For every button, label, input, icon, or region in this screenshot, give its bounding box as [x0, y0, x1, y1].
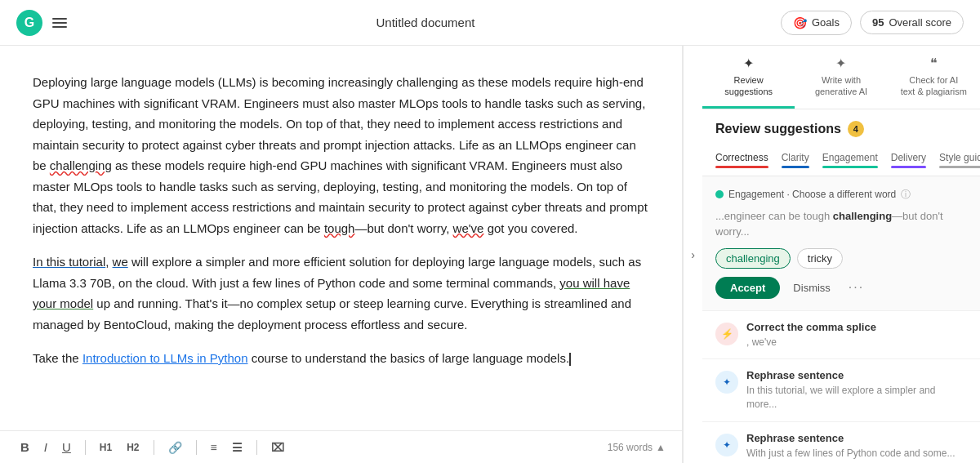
grammarly-logo: G — [16, 10, 42, 36]
score-button[interactable]: 95 Overall score — [860, 11, 964, 34]
underline-button[interactable]: U — [58, 438, 75, 456]
weve-word: we've — [453, 221, 484, 235]
suggestions-header: Review suggestions 4 — [702, 109, 980, 145]
review-icon: ✦ — [743, 56, 754, 71]
category-tabs: Correctness Clarity Engagement Delivery … — [702, 145, 980, 176]
topbar: G Untitled document 🎯 Goals 95 Overall s… — [0, 0, 980, 46]
in-this-tutorial: In this tutorial — [33, 255, 105, 269]
paragraph-2: In this tutorial, we will explore a simp… — [33, 252, 649, 335]
we-word: we — [113, 255, 128, 269]
suggestion-item-comma-splice[interactable]: ⚡ Correct the comma splice , we've — [702, 311, 980, 360]
engagement-indicator — [822, 166, 878, 168]
paragraph-3: Take the Introduction to LLMs in Python … — [33, 348, 649, 369]
chip-challenging[interactable]: challenging — [715, 248, 791, 269]
tab-check-plagiarism[interactable]: ❝ Check for AItext & plagiarism — [888, 46, 980, 109]
word-chips: challenging tricky — [715, 248, 967, 269]
rephrase-1-text: Rephrase sentence In this tutorial, we w… — [746, 369, 967, 412]
highlighted-word: challenging — [833, 210, 892, 222]
python-course-link[interactable]: Introduction to LLMs in Python — [82, 351, 248, 365]
clear-format-button[interactable]: ⌧ — [267, 439, 288, 456]
h2-button[interactable]: H2 — [122, 439, 143, 456]
unordered-list-button[interactable]: ☰ — [228, 439, 247, 456]
active-suggestion-card: Engagement · Choose a different word ⓘ .… — [702, 176, 980, 311]
rephrase-2-text: Rephrase sentence With just a few lines … — [746, 432, 967, 461]
italic-button[interactable]: I — [40, 438, 51, 456]
text-cursor — [569, 353, 571, 366]
cat-tab-correctness[interactable]: Correctness — [709, 145, 775, 176]
ordered-list-button[interactable]: ≡ — [207, 439, 221, 456]
goals-button[interactable]: 🎯 Goals — [781, 11, 852, 35]
engagement-dot — [715, 190, 724, 198]
word-count: 156 words ▲ — [608, 442, 666, 453]
editor-toolbar: B I U H1 H2 🔗 ≡ ☰ ⌧ 156 words ▲ — [0, 430, 682, 463]
main-layout: Deploying large language models (LLMs) i… — [0, 46, 980, 463]
chevron-up-icon[interactable]: ▲ — [656, 442, 666, 453]
plagiarism-icon: ❝ — [930, 56, 938, 71]
more-options-button[interactable]: ··· — [844, 277, 869, 298]
cat-tab-clarity[interactable]: Clarity — [775, 145, 816, 176]
suggestion-context: ...engineer can be tough challenging—but… — [715, 208, 967, 240]
comma-splice-text: Correct the comma splice , we've — [746, 321, 967, 349]
suggestion-item-rephrase-1[interactable]: ✦ Rephrase sentence In this tutorial, we… — [702, 359, 980, 422]
goals-icon: 🎯 — [793, 16, 807, 29]
panel-content: Review suggestions 4 Correctness Clarity… — [702, 109, 980, 463]
editor-content[interactable]: Deploying large language models (LLMs) i… — [0, 46, 682, 430]
accept-button[interactable]: Accept — [715, 277, 780, 299]
doc-title: Untitled document — [70, 16, 781, 29]
clarity-indicator — [782, 166, 809, 168]
editor-area: Deploying large language models (LLMs) i… — [0, 46, 683, 463]
tab-review-suggestions[interactable]: ✦ Reviewsuggestions — [702, 46, 795, 109]
rephrase-1-icon: ✦ — [715, 371, 738, 394]
dismiss-button[interactable]: Dismiss — [786, 277, 837, 299]
rephrase-2-icon: ✦ — [715, 434, 738, 456]
panel-collapse-button[interactable]: › — [683, 46, 702, 463]
chip-tricky[interactable]: tricky — [797, 248, 843, 269]
action-buttons: Accept Dismiss ··· — [715, 277, 967, 299]
topbar-right: 🎯 Goals 95 Overall score — [781, 11, 964, 35]
info-icon[interactable]: ⓘ — [901, 188, 911, 202]
challenging-word: challenging — [50, 158, 112, 172]
cat-tab-engagement[interactable]: Engagement — [816, 145, 884, 176]
suggestion-item-rephrase-2[interactable]: ✦ Rephrase sentence With just a few line… — [702, 422, 980, 463]
cat-tab-style-guide[interactable]: Style guide — [933, 145, 980, 176]
tab-write-generative[interactable]: ✦ Write withgenerative AI — [795, 46, 887, 109]
paragraph-1: Deploying large language models (LLMs) i… — [33, 72, 649, 238]
correctness-indicator — [715, 166, 768, 168]
tough-word: tough — [324, 221, 355, 235]
suggestion-meta: Engagement · Choose a different word ⓘ — [715, 188, 967, 202]
link-button[interactable]: 🔗 — [164, 439, 186, 456]
cat-tab-delivery[interactable]: Delivery — [884, 145, 933, 176]
write-icon: ✦ — [835, 56, 846, 71]
style-guide-indicator — [939, 166, 980, 168]
delivery-indicator — [891, 166, 926, 168]
separator-2 — [154, 440, 154, 455]
right-panel: ✦ Reviewsuggestions ✦ Write withgenerati… — [702, 46, 980, 463]
logo-area: G — [16, 10, 70, 36]
bold-button[interactable]: B — [16, 438, 33, 456]
comma-splice-icon: ⚡ — [715, 323, 738, 345]
separator-1 — [85, 440, 86, 455]
h1-button[interactable]: H1 — [96, 439, 116, 456]
separator-4 — [256, 440, 257, 455]
panel-tabs: ✦ Reviewsuggestions ✦ Write withgenerati… — [702, 46, 980, 109]
menu-icon[interactable] — [49, 15, 70, 31]
separator-3 — [196, 440, 197, 455]
